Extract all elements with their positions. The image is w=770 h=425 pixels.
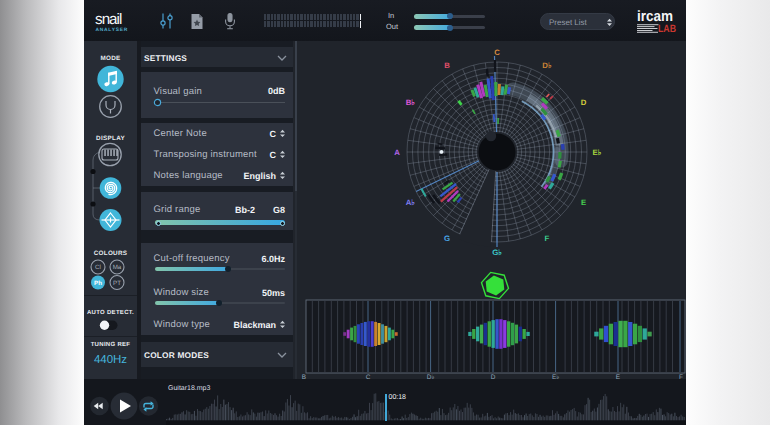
svg-text:A♭: A♭: [406, 198, 416, 207]
svg-text:LAB: LAB: [658, 23, 676, 34]
svg-text:D: D: [581, 98, 587, 107]
svg-text:E: E: [581, 198, 586, 207]
svg-text:Cl: Cl: [95, 264, 101, 271]
svg-text:Ph: Ph: [94, 280, 102, 287]
svg-text:A: A: [394, 148, 400, 157]
svg-text:F: F: [545, 234, 550, 243]
svg-text:PT: PT: [113, 280, 121, 287]
svg-text:ANALYSER: ANALYSER: [96, 27, 128, 33]
svg-text:E♭: E♭: [593, 148, 602, 157]
svg-text:G♭: G♭: [492, 248, 502, 257]
svg-text:B: B: [444, 61, 450, 70]
svg-text:snail: snail: [95, 11, 123, 28]
svg-text:G: G: [444, 234, 450, 243]
svg-text:C: C: [494, 48, 500, 57]
svg-text:D♭: D♭: [542, 61, 552, 70]
svg-text:B♭: B♭: [406, 98, 416, 107]
svg-text:Ma: Ma: [113, 264, 122, 271]
